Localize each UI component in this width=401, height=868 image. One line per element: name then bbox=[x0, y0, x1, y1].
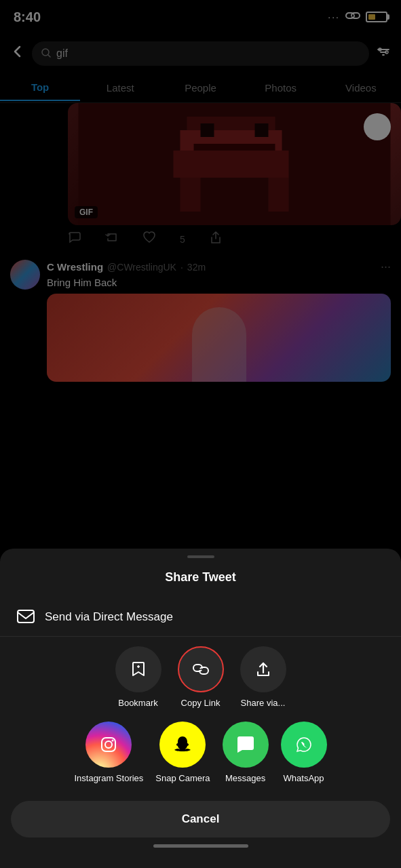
whatsapp-icon bbox=[281, 722, 327, 768]
instagram-label: Instagram Stories bbox=[74, 773, 143, 783]
snapchat-button[interactable]: Snap Camera bbox=[155, 722, 210, 783]
svg-point-17 bbox=[105, 741, 112, 748]
snapchat-icon bbox=[159, 722, 206, 768]
messages-label: Messages bbox=[225, 773, 265, 783]
copy-link-label: Copy Link bbox=[181, 698, 221, 708]
share-sheet: Share Tweet Send via Direct Message Book… bbox=[0, 549, 401, 868]
share-via-label: Share via... bbox=[241, 698, 286, 708]
snapchat-label: Snap Camera bbox=[155, 773, 210, 783]
copy-link-button[interactable]: Copy Link bbox=[178, 646, 224, 708]
share-via-button[interactable]: Share via... bbox=[240, 646, 286, 708]
bookmark-button[interactable]: Bookmark bbox=[115, 646, 161, 708]
copy-link-icon-circle bbox=[178, 646, 224, 692]
whatsapp-button[interactable]: WhatsApp bbox=[281, 722, 327, 783]
actions-row: Bookmark Copy Link Share via... bbox=[0, 646, 401, 722]
messages-button[interactable]: Messages bbox=[223, 722, 269, 783]
svg-point-18 bbox=[112, 740, 114, 742]
svg-rect-15 bbox=[18, 610, 34, 623]
send-dm-row[interactable]: Send via Direct Message bbox=[0, 598, 401, 637]
sheet-handle bbox=[187, 555, 214, 558]
share-sheet-title: Share Tweet bbox=[0, 570, 401, 585]
messages-icon bbox=[223, 722, 269, 768]
home-indicator bbox=[153, 844, 248, 848]
whatsapp-label: WhatsApp bbox=[284, 773, 324, 783]
dm-icon bbox=[16, 608, 35, 627]
instagram-icon bbox=[85, 722, 132, 768]
share-via-icon-circle bbox=[240, 646, 286, 692]
instagram-button[interactable]: Instagram Stories bbox=[74, 722, 143, 783]
dm-label: Send via Direct Message bbox=[45, 610, 173, 624]
bookmark-icon-circle bbox=[115, 646, 161, 692]
apps-row: Instagram Stories Snap Camera Messages bbox=[0, 722, 401, 797]
cancel-label: Cancel bbox=[182, 812, 220, 826]
bookmark-label: Bookmark bbox=[118, 698, 158, 708]
cancel-button[interactable]: Cancel bbox=[11, 801, 390, 837]
